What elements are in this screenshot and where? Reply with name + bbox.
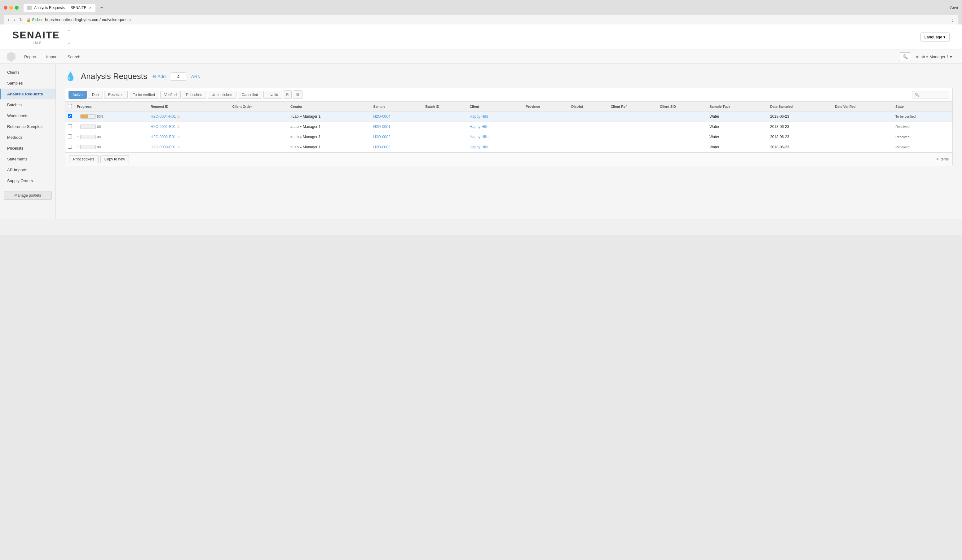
sample-link[interactable]: H2O-0001 (373, 124, 390, 129)
tab-close-icon[interactable]: ✕ (89, 6, 92, 10)
col-client: Client (467, 101, 523, 111)
maximize-window-btn[interactable] (15, 6, 19, 10)
client-link[interactable]: Happy Hills (470, 145, 488, 149)
tab-due[interactable]: Due (88, 91, 103, 99)
row-checkbox-1[interactable] (68, 124, 72, 128)
sidebar-item-batches[interactable]: Batches (0, 100, 55, 110)
progress-text: 0% (97, 135, 101, 139)
col-client-ref: Client Ref (608, 101, 657, 111)
row-checkbox-cell[interactable] (65, 142, 74, 152)
row-district-cell (569, 142, 608, 152)
row-province-cell (523, 132, 569, 142)
close-window-btn[interactable] (4, 6, 7, 10)
col-date-sampled: Date Sampled (768, 101, 833, 111)
row-creator-cell: »Lab » Manager 1 (288, 111, 371, 122)
row-checkbox-cell[interactable] (65, 111, 74, 122)
delete-icon-btn[interactable]: 🗑 (293, 90, 302, 99)
row-client-ref-cell (608, 122, 657, 132)
progress-bar-inner (81, 114, 88, 118)
ar-count-input[interactable] (171, 72, 186, 80)
nav-import-link[interactable]: Import (42, 53, 62, 61)
table-search-input[interactable] (912, 91, 949, 98)
progress-bar-container: ↑ 50% (77, 114, 146, 119)
tab-active[interactable]: Active (68, 91, 87, 99)
ars-link[interactable]: ARs (191, 74, 200, 79)
sidebar-item-samples[interactable]: Samples (0, 78, 55, 89)
row-checkbox-2[interactable] (68, 134, 72, 138)
browser-titlebar: Analysis Requests — SENAITE ✕ + Gast (4, 3, 958, 12)
nav-logo-icon (6, 52, 16, 62)
sample-link[interactable]: H2O-0002 (373, 135, 390, 139)
sidebar-item-reference-samples[interactable]: Reference Samples (0, 121, 55, 132)
sidebar-item-ar-imports[interactable]: AR Imports (0, 164, 55, 175)
url-text[interactable]: https://senaite.ridingbytes.com/analysis… (45, 17, 131, 22)
client-link[interactable]: Happy Hills (470, 124, 488, 129)
col-date-verified: Date Verified (833, 101, 893, 111)
sidebar-item-worksheets[interactable]: Worksheets (0, 110, 55, 121)
minimize-window-btn[interactable] (9, 6, 13, 10)
select-all-checkbox[interactable] (68, 104, 72, 108)
row-checkbox-cell[interactable] (65, 132, 74, 142)
copy-icon-btn[interactable]: ⎘ (284, 90, 292, 99)
client-link[interactable]: Happy Hills (470, 135, 488, 139)
row-client-sid-cell (657, 122, 707, 132)
new-tab-btn[interactable]: + (98, 3, 106, 12)
table-header-row: Progress Request ID Client Order Creator… (65, 101, 952, 111)
row-creator-cell: »Lab » Manager 1 (288, 122, 371, 132)
nav-user-menu[interactable]: »Lab » Manager 1 ▾ (912, 53, 956, 61)
tab-unpublished[interactable]: Unpublished (208, 91, 236, 99)
items-count: 4 Items (936, 157, 949, 161)
sidebar-item-analysis-requests[interactable]: Analysis Requests (0, 89, 55, 100)
row-creator-cell: »Lab » Manager 1 (288, 142, 371, 152)
tab-invalid[interactable]: Invalid (263, 91, 282, 99)
browser-menu-icon[interactable]: ⋮ (950, 17, 955, 23)
forward-btn[interactable]: › (13, 17, 16, 22)
row-checkbox-0[interactable] (68, 114, 72, 118)
col-state: State (893, 101, 952, 111)
select-all-header[interactable] (65, 101, 74, 111)
row-checkbox-3[interactable] (68, 145, 72, 149)
sidebar-item-methods[interactable]: Methods (0, 132, 55, 143)
request-id-link[interactable]: H2O-0001-R01 (151, 124, 176, 129)
tab-cancelled[interactable]: Cancelled (238, 91, 262, 99)
sidebar-item-statements[interactable]: Statements (0, 154, 55, 164)
footer-buttons: Print stickers Copy to new (69, 155, 129, 163)
row-checkbox-cell[interactable] (65, 122, 74, 132)
request-id-link[interactable]: H2O-0002-R01 (151, 135, 176, 139)
row-date-sampled-cell: 2018-06-23 (768, 111, 833, 122)
browser-tab[interactable]: Analysis Requests — SENAITE ✕ (24, 4, 95, 12)
print-stickers-btn[interactable]: Print stickers (69, 155, 98, 163)
sample-link[interactable]: H2O-0004 (373, 114, 390, 119)
manage-portlets-btn[interactable]: Manage portlets (4, 191, 52, 200)
tab-received[interactable]: Received (104, 91, 128, 99)
logo-sub: LIMS (12, 41, 60, 45)
sidebar-item-pricelists[interactable]: Pricelists (0, 143, 55, 154)
sidebar-item-clients[interactable]: Clients (0, 67, 55, 78)
nav-report-link[interactable]: Report (20, 53, 40, 61)
back-btn[interactable]: ‹ (7, 17, 10, 22)
language-btn[interactable]: Language ▾ (920, 32, 950, 42)
nav-search-link[interactable]: Search (63, 53, 85, 61)
sidebar-item-supply-orders[interactable]: Supply Orders (0, 175, 55, 186)
row-district-cell (569, 122, 608, 132)
creator-text: »Lab » Manager 1 (291, 135, 320, 139)
request-id-link[interactable]: H2O-0003-R01 (151, 145, 176, 149)
row-request-id-cell: H2O-0002-R01 ⚠ (148, 132, 230, 142)
progress-bar-outer (80, 145, 96, 149)
add-btn[interactable]: ⊕ Add (152, 73, 166, 79)
main-layout: Clients Samples Analysis Requests Batche… (0, 64, 962, 219)
progress-text: 0% (97, 125, 101, 129)
tab-to-be-verified[interactable]: To be verified (129, 91, 159, 99)
client-link[interactable]: Happy Hills (470, 114, 488, 119)
sample-link[interactable]: H2O-0003 (373, 145, 390, 149)
request-id-link[interactable]: H2O-0004-R01 (151, 114, 176, 119)
user-label: Gast (950, 6, 958, 10)
row-client-sid-cell (657, 111, 707, 122)
reload-btn[interactable]: ↻ (18, 17, 24, 22)
copy-to-new-btn[interactable]: Copy to new (100, 155, 129, 163)
tab-verified[interactable]: Verified (160, 91, 181, 99)
state-badge: Received (895, 135, 910, 139)
search-icon-btn[interactable]: 🔍 (899, 52, 911, 61)
tab-published[interactable]: Published (182, 91, 207, 99)
row-sample-cell: H2O-0003 (371, 142, 423, 152)
